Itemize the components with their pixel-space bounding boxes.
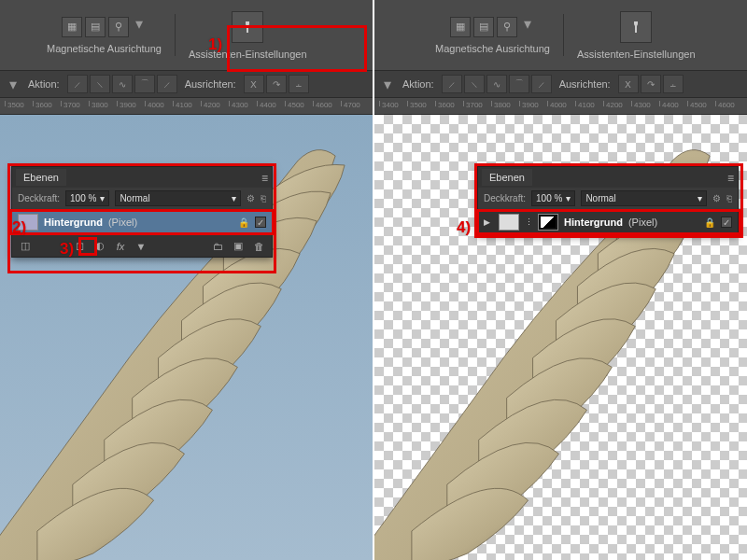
annotation-1-box [227,25,367,72]
ruler-tick: 4100 [173,101,192,106]
action-label: Aktion: [402,78,434,90]
ruler-tick: 4500 [285,101,304,106]
assistant-settings-button[interactable] [620,11,652,43]
annotation-4: 4) [457,218,471,237]
align-label: Ausrichten: [185,78,236,90]
action-btn-5[interactable]: ⟋ [157,75,177,93]
ruler-tick: 3700 [61,101,80,106]
flashlight-icon [629,21,642,34]
action-btn-3[interactable]: ∿ [486,75,507,93]
magnet-icon[interactable]: ⚲ [108,17,129,37]
ruler-tick: 3800 [491,101,511,106]
annotation-3: 3) [60,240,74,259]
ruler-tick: 4400 [659,101,679,106]
action-btn-4[interactable]: ⌒ [134,75,155,93]
ruler-tick: 3400 [379,101,399,106]
ruler-tick: 4200 [603,101,623,106]
ruler-tick: 3500 [407,101,427,106]
snap-toggle-icon[interactable]: ▤ [85,17,106,37]
magnetic-align-label: Magnetische Ausrichtung [435,43,550,54]
action-btn-4[interactable]: ⌒ [509,75,529,93]
align-btn-1[interactable]: Ⅹ [618,75,639,93]
ruler-tick: 3600 [435,101,455,106]
ruler-tick: 4700 [341,101,360,106]
action-bar: ▾ Aktion: ⟋ ⟍ ∿ ⌒ ⟋ Ausrichten: Ⅹ ↷ ⫠ [374,70,747,98]
annotation-2: 2) [12,218,26,237]
grid-toggle-icon[interactable]: ▦ [450,17,471,37]
align-label: Ausrichten: [559,78,611,90]
ruler-tick: 3800 [89,101,108,106]
annotation-2-box [9,209,275,235]
action-btn-2[interactable]: ⟍ [464,75,485,93]
horizontal-ruler: 3400 3500 3600 3700 3800 3900 4000 4100 … [374,98,747,115]
magnetic-align-group: ▦ ▤ ⚲ ▾ Magnetische Ausrichtung [37,7,171,63]
align-btn-2[interactable]: ↷ [266,75,287,93]
grid-toggle-icon[interactable]: ▦ [62,17,82,37]
ruler-tick: 4200 [201,101,220,106]
ruler-tick: 4000 [145,101,164,106]
ruler-tick: 4600 [313,101,332,106]
horizontal-ruler: 3500 3600 3700 3800 3900 4000 4100 4200 … [0,98,373,115]
ruler-tick: 4500 [687,101,707,106]
align-btn-1[interactable]: Ⅹ [244,75,264,93]
action-label: Aktion: [28,78,60,90]
divider [563,14,564,56]
top-toolbar: ▦ ▤ ⚲ ▾ Magnetische Ausrichtung Assisten… [374,0,747,70]
ruler-tick: 3600 [33,101,52,106]
ruler-tick: 4000 [547,101,567,106]
ruler-tick: 4100 [575,101,595,106]
align-btn-3[interactable]: ⫠ [289,75,309,93]
chevron-down-icon[interactable]: ▾ [520,17,535,32]
action-btn-1[interactable]: ⟋ [442,75,462,93]
action-btn-1[interactable]: ⟋ [67,75,88,93]
action-bar: ▾ Aktion: ⟋ ⟍ ∿ ⌒ ⟋ Ausrichten: Ⅹ ↷ ⫠ [0,70,373,98]
right-pane: ▦ ▤ ⚲ ▾ Magnetische Ausrichtung Assisten… [374,0,747,560]
chevron-down-icon[interactable]: ▾ [132,17,147,32]
annotation-1: 1) [208,35,222,54]
divider [175,14,176,56]
annotation-4-box [476,209,741,235]
align-btn-2[interactable]: ↷ [641,75,661,93]
ruler-tick: 3900 [117,101,136,106]
assistant-settings-label: Assistenten-Einstellungen [577,49,696,60]
magnet-icon[interactable]: ⚲ [497,17,517,37]
ruler-tick: 3900 [519,101,539,106]
align-btn-3[interactable]: ⫠ [663,75,684,93]
ruler-tick: 3500 [5,101,24,106]
assistant-settings-group: Assistenten-Einstellungen [568,7,705,63]
ruler-tick: 4400 [257,101,276,106]
annotation-3-box [78,237,97,256]
snap-toggle-icon[interactable]: ▤ [473,17,494,37]
chevron-down-icon[interactable]: ▾ [6,77,21,91]
chevron-down-icon[interactable]: ▾ [380,77,395,91]
ruler-tick: 4300 [631,101,651,106]
magnetic-align-group: ▦ ▤ ⚲ ▾ Magnetische Ausrichtung [426,7,559,63]
left-pane: ▦ ▤ ⚲ ▾ Magnetische Ausrichtung Assisten… [0,0,374,560]
ruler-tick: 4600 [715,101,735,106]
magnetic-align-label: Magnetische Ausrichtung [47,43,162,54]
action-btn-3[interactable]: ∿ [112,75,133,93]
ruler-tick: 4300 [229,101,248,106]
action-btn-2[interactable]: ⟍ [90,75,110,93]
ruler-tick: 3700 [463,101,483,106]
action-btn-5[interactable]: ⟋ [531,75,552,93]
